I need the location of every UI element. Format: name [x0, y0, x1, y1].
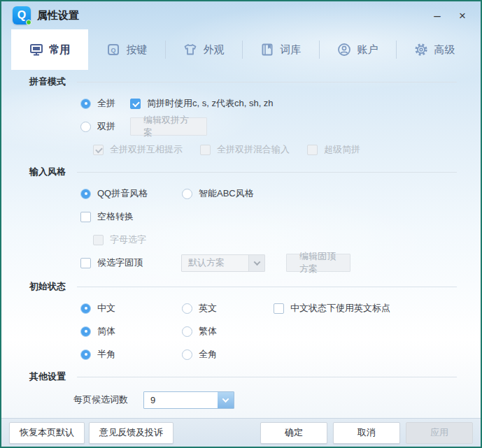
tab-dictionary[interactable]: 词库	[242, 29, 319, 70]
section-title: 其他设置	[29, 370, 66, 383]
tab-account[interactable]: 账户	[319, 29, 396, 70]
chinese-label[interactable]: 中文	[97, 302, 182, 315]
row-candidates-per-page: 每页候选词数 9	[77, 391, 481, 409]
abc-style-label[interactable]: 智能ABC风格	[199, 187, 254, 200]
row-style-radios: QQ拼音风格 智能ABC风格	[80, 186, 481, 201]
section-divider	[77, 82, 457, 82]
fixed-scheme-dropdown: 默认方案	[181, 254, 265, 272]
chinese-radio[interactable]	[80, 303, 91, 314]
space-convert-checkbox[interactable]	[80, 212, 91, 222]
book-icon	[260, 43, 274, 57]
candidates-per-page-label: 每页候选词数	[73, 393, 132, 406]
section-divider	[77, 377, 457, 377]
qq-style-label[interactable]: QQ拼音风格	[97, 187, 182, 200]
row-shuangpin-options: 全拼双拼互相提示 全拼双拼混合输入 超级简拼	[93, 142, 481, 157]
fixed-candidate-label[interactable]: 候选字固顶	[97, 256, 181, 269]
abc-style-radio[interactable]	[182, 189, 192, 199]
jianpin-substitute-checkbox[interactable]	[130, 99, 141, 109]
row-letter-select: 字母选字	[93, 232, 481, 247]
tab-label: 账户	[357, 43, 378, 57]
traditional-radio[interactable]	[182, 326, 192, 337]
quanpin-label[interactable]: 全拼	[97, 97, 130, 110]
feedback-button[interactable]: 意见反馈及投诉	[89, 422, 173, 444]
row-quanpin: 全拼 简拼时使用c, s, z代表ch, sh, zh	[80, 96, 481, 111]
letter-select-label: 字母选字	[110, 233, 146, 246]
english-label[interactable]: 英文	[199, 302, 274, 315]
key-q-icon: Q	[106, 43, 120, 57]
traditional-label[interactable]: 繁体	[199, 325, 217, 338]
cancel-button[interactable]: 取消	[333, 422, 400, 444]
candidates-per-page-dropdown[interactable]: 9	[143, 391, 234, 409]
settings-content: 拼音模式 全拼 简拼时使用c, s, z代表ch, sh, zh 双拼 编辑双拼…	[1, 75, 481, 409]
shuangpin-radio[interactable]	[80, 122, 91, 132]
gear-icon	[414, 43, 428, 57]
minimize-button[interactable]: –	[430, 8, 444, 22]
tab-keys[interactable]: Q 按键	[88, 29, 165, 70]
qq-pinyin-logo-icon: Q	[13, 6, 31, 24]
tshirt-icon	[183, 43, 197, 57]
mutual-hint-checkbox	[93, 145, 104, 155]
chevron-down-icon[interactable]	[218, 392, 234, 408]
full-width-radio[interactable]	[182, 349, 192, 360]
section-title: 输入风格	[29, 166, 66, 178]
edit-shuangpin-button: 编辑双拼方案	[130, 117, 207, 136]
tab-label: 常用	[50, 43, 71, 57]
simplified-label[interactable]: 简体	[97, 325, 182, 338]
svg-text:Q: Q	[111, 47, 115, 54]
account-icon	[337, 43, 351, 57]
properties-dialog: Q 属性设置 – × 常用 Q	[0, 0, 482, 448]
half-width-label[interactable]: 半角	[97, 348, 182, 361]
tab-appearance[interactable]: 外观	[165, 29, 242, 70]
row-fixed-candidate: 候选字固顶 默认方案 编辑固顶方案	[80, 254, 481, 272]
mixed-input-checkbox	[200, 145, 211, 155]
tab-bar: 常用 Q 按键 外观	[1, 29, 481, 70]
title-bar: Q 属性设置 – ×	[1, 1, 481, 29]
mutual-hint-label: 全拼双拼互相提示	[110, 143, 183, 156]
section-title: 初始状态	[29, 280, 66, 293]
dialog-title: 属性设置	[37, 9, 79, 22]
edit-fixed-button: 编辑固顶方案	[286, 254, 350, 272]
qq-style-radio[interactable]	[80, 189, 91, 199]
tab-label: 词库	[281, 43, 302, 57]
simplified-radio[interactable]	[80, 326, 91, 337]
section-initial-state: 初始状态	[29, 280, 481, 293]
row-shuangpin: 双拼 编辑双拼方案	[80, 119, 481, 134]
super-jianpin-label: 超级简拼	[324, 143, 360, 156]
jianpin-substitute-label[interactable]: 简拼时使用c, s, z代表ch, sh, zh	[147, 97, 274, 110]
footer-bar: 恢复本页默认 意见反馈及投诉 确定 取消 应用	[1, 418, 481, 447]
logo-green-dot	[26, 20, 31, 25]
row-charset: 简体 繁体	[80, 324, 481, 339]
section-pinyin-mode: 拼音模式	[29, 75, 481, 88]
half-width-radio[interactable]	[80, 349, 91, 360]
english-radio[interactable]	[182, 303, 192, 314]
super-jianpin-checkbox	[307, 145, 318, 155]
shuangpin-label[interactable]: 双拼	[97, 120, 130, 133]
row-space-convert: 空格转换	[80, 209, 481, 224]
section-input-style: 输入风格	[29, 166, 481, 178]
tab-common[interactable]: 常用	[11, 29, 88, 70]
mixed-input-label: 全拼双拼混合输入	[217, 143, 290, 156]
space-convert-label[interactable]: 空格转换	[97, 210, 134, 223]
english-punct-label[interactable]: 中文状态下使用英文标点	[290, 302, 390, 315]
english-punct-checkbox[interactable]	[274, 303, 284, 314]
tab-label: 按键	[127, 43, 148, 57]
tab-advanced[interactable]: 高级	[396, 29, 473, 70]
ok-button[interactable]: 确定	[260, 422, 327, 444]
restore-defaults-button[interactable]: 恢复本页默认	[9, 422, 85, 444]
tab-label: 外观	[204, 43, 225, 57]
chevron-down-icon	[248, 255, 264, 271]
quanpin-radio[interactable]	[80, 99, 91, 109]
section-divider	[77, 172, 457, 173]
section-title: 拼音模式	[29, 75, 66, 88]
apply-button: 应用	[406, 422, 473, 444]
close-button[interactable]: ×	[455, 8, 469, 22]
fixed-scheme-value: 默认方案	[182, 255, 248, 271]
tab-label: 高级	[434, 43, 455, 57]
full-width-label[interactable]: 全角	[199, 348, 217, 361]
row-width-mode: 半角 全角	[80, 347, 481, 362]
monitor-icon	[29, 43, 43, 57]
section-divider	[77, 287, 457, 287]
letter-select-checkbox	[93, 235, 104, 245]
fixed-candidate-checkbox[interactable]	[80, 258, 91, 268]
row-language: 中文 英文 中文状态下使用英文标点	[80, 301, 481, 316]
